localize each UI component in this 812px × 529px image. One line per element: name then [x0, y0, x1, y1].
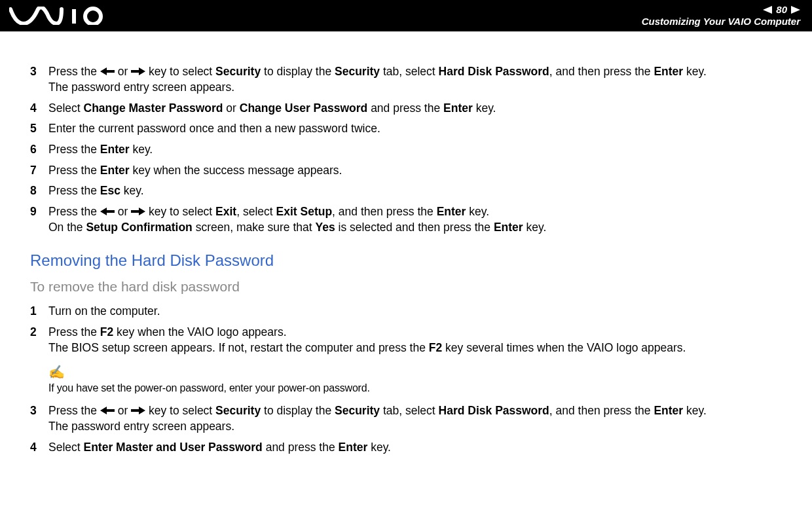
- bold-text: Hard Disk Password: [439, 65, 549, 78]
- step-extra: On the Setup Confirmation screen, make s…: [48, 221, 546, 234]
- nav-prev-icon[interactable]: [763, 6, 772, 14]
- step-body: Press the F2 key when the VAIO logo appe…: [48, 325, 782, 356]
- page-number: 80: [776, 5, 787, 14]
- step-body: Press the Enter key.: [48, 142, 782, 158]
- note-block: ✍ If you have set the power-on password,…: [48, 363, 782, 395]
- step: 4Select Change Master Password or Change…: [30, 101, 782, 117]
- step-extra: The password entry screen appears.: [48, 81, 234, 94]
- step: 3Press the or key to select Security to …: [30, 403, 782, 435]
- page-content: 3Press the or key to select Security to …: [0, 31, 812, 455]
- step-number: 7: [30, 163, 48, 179]
- page-header: 80 Customizing Your VAIO Computer: [0, 0, 812, 31]
- step-number: 9: [30, 204, 48, 236]
- svg-marker-2: [763, 6, 772, 14]
- step-body: Press the Esc key.: [48, 183, 782, 199]
- bold-text: F2: [429, 341, 442, 354]
- step-body: Enter the current password once and then…: [48, 121, 782, 137]
- step: 9Press the or key to select Exit, select…: [30, 204, 782, 236]
- arrow-left-icon: [100, 204, 115, 220]
- arrow-left-icon: [100, 64, 115, 80]
- step-extra: The BIOS setup screen appears. If not, r…: [48, 341, 686, 354]
- nav-next-icon[interactable]: [791, 6, 800, 14]
- bold-text: Enter Master and User Password: [84, 441, 263, 454]
- section-heading: Removing the Hard Disk Password: [30, 250, 782, 271]
- bold-text: Enter: [339, 441, 368, 454]
- bold-text: F2: [100, 325, 113, 338]
- step: 3Press the or key to select Security to …: [30, 64, 782, 96]
- step: 7Press the Enter key when the success me…: [30, 163, 782, 179]
- step-number: 4: [30, 101, 48, 117]
- bold-text: Setup Confirmation: [86, 221, 192, 234]
- bold-text: Security: [215, 65, 261, 78]
- step: 5Enter the current password once and the…: [30, 121, 782, 137]
- step-extra: The password entry screen appears.: [48, 420, 234, 433]
- step-number: 6: [30, 142, 48, 158]
- step-number: 3: [30, 64, 48, 96]
- bold-text: Security: [335, 65, 380, 78]
- bold-text: Enter: [437, 205, 466, 218]
- bold-text: Yes: [316, 221, 335, 234]
- step-body: Select Change Master Password or Change …: [48, 101, 782, 117]
- svg-marker-8: [100, 407, 115, 414]
- sub-heading: To remove the hard disk password: [30, 278, 782, 296]
- step-number: 4: [30, 440, 48, 456]
- arrow-right-icon: [131, 204, 145, 220]
- bold-text: Enter: [654, 404, 683, 417]
- step-body: Press the or key to select Security to d…: [48, 64, 782, 96]
- bold-text: Enter: [100, 164, 130, 177]
- step: 6Press the Enter key.: [30, 142, 782, 158]
- arrow-right-icon: [131, 403, 145, 419]
- step: 2Press the F2 key when the VAIO logo app…: [30, 325, 782, 356]
- step-body: Turn on the computer.: [48, 304, 782, 319]
- svg-marker-5: [131, 67, 145, 75]
- arrow-left-icon: [100, 403, 115, 419]
- bold-text: Enter: [100, 143, 130, 156]
- step: 8Press the Esc key.: [30, 183, 782, 199]
- step-number: 2: [30, 325, 48, 356]
- bold-text: Security: [335, 404, 380, 417]
- page-number-row: 80: [763, 5, 800, 14]
- bold-text: Security: [215, 404, 261, 417]
- step: 1Turn on the computer.: [30, 304, 782, 319]
- step-body: Press the or key to select Security to d…: [48, 403, 782, 435]
- arrow-right-icon: [131, 64, 145, 80]
- bold-text: Esc: [100, 184, 120, 197]
- note-text: If you have set the power-on password, e…: [48, 381, 782, 395]
- svg-marker-6: [100, 208, 115, 215]
- svg-marker-9: [131, 407, 145, 414]
- bold-text: Enter: [443, 101, 473, 115]
- bold-text: Change Master Password: [84, 101, 223, 115]
- step-body: Press the or key to select Exit, select …: [48, 204, 782, 236]
- bold-text: Change User Password: [240, 101, 367, 115]
- step-number: 8: [30, 183, 48, 199]
- step-number: 1: [30, 304, 48, 319]
- bold-text: Exit Setup: [276, 205, 333, 218]
- step-number: 3: [30, 403, 48, 435]
- step-number: 5: [30, 121, 48, 137]
- header-right: 80 Customizing Your VAIO Computer: [642, 5, 800, 27]
- svg-marker-3: [791, 6, 800, 14]
- step-body: Select Enter Master and User Password an…: [48, 440, 782, 456]
- svg-rect-0: [72, 9, 76, 24]
- bold-text: Enter: [654, 65, 683, 78]
- bold-text: Hard Disk Password: [439, 404, 549, 417]
- vaio-logo: [9, 7, 107, 25]
- svg-point-1: [85, 9, 101, 24]
- step-body: Press the Enter key when the success mes…: [48, 163, 782, 179]
- note-icon: ✍: [48, 363, 782, 381]
- bold-text: Exit: [215, 205, 236, 218]
- svg-marker-4: [100, 67, 115, 75]
- header-title: Customizing Your VAIO Computer: [642, 16, 800, 27]
- bold-text: Enter: [494, 221, 523, 234]
- svg-marker-7: [131, 208, 145, 215]
- step: 4Select Enter Master and User Password a…: [30, 440, 782, 456]
